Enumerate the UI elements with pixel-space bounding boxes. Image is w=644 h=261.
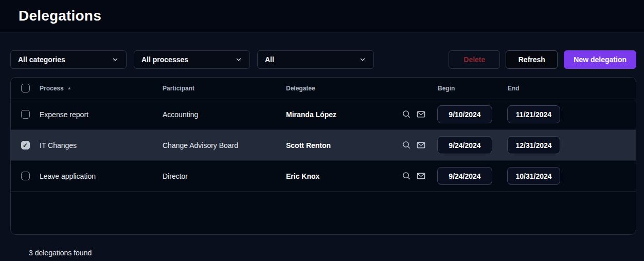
process-cell: Leave application [40,172,163,180]
chevron-down-icon [235,56,242,63]
delegations-table: Process ▲ Participant Delegatee Begin En… [10,77,636,235]
search-icon[interactable] [402,109,412,119]
end-date-input[interactable] [507,105,560,123]
scope-filter-dropdown[interactable]: All [257,50,374,69]
process-cell: IT Changes [40,141,163,150]
column-header-participant[interactable]: Participant [163,85,286,92]
row-checkbox[interactable] [21,141,30,150]
scope-filter-value: All [265,55,274,64]
column-header-end[interactable]: End [504,85,636,92]
process-cell: Expense report [40,110,163,119]
column-header-process[interactable]: Process ▲ [40,85,163,92]
mail-icon[interactable] [416,140,426,150]
new-delegation-button[interactable]: New delegation [564,50,636,69]
table-empty-space [11,192,636,234]
mail-icon[interactable] [416,171,426,181]
delegatee-cell: Miranda López [286,110,402,119]
column-header-begin[interactable]: Begin [434,85,504,92]
participant-cell: Director [163,172,286,180]
chevron-down-icon [359,56,366,63]
row-checkbox[interactable] [21,172,30,180]
mail-icon[interactable] [416,109,426,119]
category-filter-dropdown[interactable]: All categories [10,50,127,69]
table-row[interactable]: IT Changes Change Advisory Board Scott R… [11,130,636,161]
delete-button[interactable]: Delete [449,50,500,69]
participant-cell: Accounting [163,110,286,119]
process-filter-dropdown[interactable]: All processes [134,50,250,69]
end-date-input[interactable] [507,136,560,154]
result-count-label: 3 delegations found [29,249,636,257]
begin-date-input[interactable] [437,167,492,185]
begin-date-input[interactable] [437,105,492,123]
row-checkbox[interactable] [21,110,30,119]
refresh-button[interactable]: Refresh [506,50,558,69]
page-header: Delegations [0,0,644,32]
filter-bar: All categories All processes All Delete … [10,50,636,69]
participant-cell: Change Advisory Board [163,141,286,150]
search-icon[interactable] [402,171,412,181]
search-icon[interactable] [402,140,412,150]
table-header-row: Process ▲ Participant Delegatee Begin En… [11,78,636,99]
table-row[interactable]: Expense report Accounting Miranda López [11,99,636,130]
page-title: Delegations [19,8,101,24]
category-filter-value: All categories [18,55,65,64]
begin-date-input[interactable] [437,136,492,154]
sort-ascending-icon: ▲ [67,86,71,90]
process-filter-value: All processes [141,55,188,64]
end-date-input[interactable] [507,167,560,185]
delegatee-cell: Eric Knox [286,172,402,180]
table-row[interactable]: Leave application Director Eric Knox [11,161,636,192]
select-all-checkbox[interactable] [21,84,30,92]
delegatee-cell: Scott Renton [286,141,402,150]
column-header-delegatee[interactable]: Delegatee [286,85,402,92]
main-content: All categories All processes All Delete … [0,50,644,257]
chevron-down-icon [112,56,119,63]
